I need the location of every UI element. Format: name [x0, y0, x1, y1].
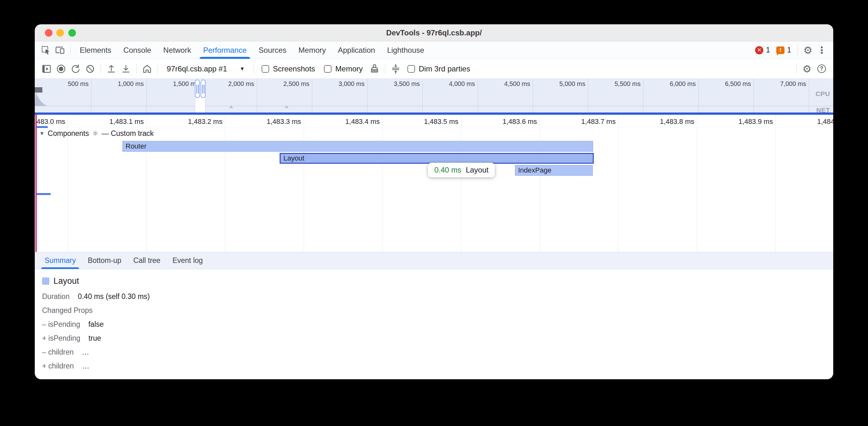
tab-lighthouse[interactable]: Lighthouse	[381, 41, 430, 59]
ruler-tick-label: 1,483.7 ms	[581, 118, 616, 126]
download-profile-icon[interactable]	[119, 62, 133, 76]
details-tab-bottom-up[interactable]: Bottom-up	[82, 252, 127, 269]
overview-tick-label: 5,500 ms	[615, 80, 641, 88]
overview-tick-label: 500 ms	[68, 80, 89, 88]
clear-icon[interactable]	[83, 62, 97, 76]
target-select-value: 97r6ql.csb.app #1	[167, 64, 227, 73]
tab-memory[interactable]: Memory	[292, 41, 332, 59]
error-icon: ✕	[755, 46, 763, 54]
settings-gear-icon[interactable]: ⚙	[801, 43, 815, 57]
capture-settings-gear-icon[interactable]: ⚙	[800, 62, 814, 76]
reload-and-record-icon[interactable]	[68, 62, 83, 76]
track-name: Components	[48, 129, 89, 138]
ruler-tick-label: 1,483.9 ms	[739, 118, 773, 126]
console-errors-badge[interactable]: ✕ 1	[755, 46, 770, 54]
selection-left-handle[interactable]	[195, 79, 200, 98]
overview-gridline	[699, 79, 699, 112]
device-toolbar-button[interactable]	[53, 43, 67, 57]
flame-chart[interactable]: 1,483.0 ms1,483.1 ms1,483.2 ms1,483.3 ms…	[35, 115, 833, 252]
overview-tick-label: 2,000 ms	[228, 80, 254, 88]
cpu-activity-bump	[285, 103, 288, 108]
summary-event-name: Layout	[54, 276, 79, 286]
overview-gridline	[533, 79, 533, 112]
overview-gridline	[422, 79, 423, 112]
details-tab-call-tree[interactable]: Call tree	[127, 252, 167, 269]
overview-gridline	[147, 79, 147, 112]
summary-row: Changed Props	[42, 306, 833, 315]
chart-gridline	[618, 115, 618, 252]
overview-tick-label: 7,000 ms	[780, 80, 806, 88]
upload-profile-icon[interactable]	[104, 62, 119, 76]
tab-performance[interactable]: Performance	[197, 41, 252, 59]
summary-row-value: …	[82, 362, 89, 370]
chart-gridline	[697, 115, 697, 252]
summary-row: + isPendingtrue	[42, 334, 833, 342]
overview-tick-label: 3,500 ms	[394, 80, 420, 88]
selection-right-handle[interactable]	[200, 79, 206, 98]
cpu-net-lane-divider	[35, 106, 833, 106]
help-icon[interactable]: ?	[814, 62, 829, 76]
divider	[798, 45, 798, 55]
issues-badge[interactable]: ! 1	[776, 46, 791, 54]
tooltip-duration: 0.40 ms	[434, 166, 461, 174]
target-select[interactable]: 97r6ql.csb.app #1 ▼	[163, 64, 249, 73]
memory-checkbox[interactable]: Memory	[324, 64, 363, 73]
tab-elements[interactable]: Elements	[74, 41, 117, 59]
inspect-element-button[interactable]	[39, 43, 53, 57]
summary-row-value: …	[82, 348, 89, 357]
panel-tabs: ElementsConsoleNetworkPerformanceSources…	[74, 41, 430, 59]
checkbox-icon	[324, 65, 332, 73]
screenshots-checkbox[interactable]: Screenshots	[261, 64, 315, 73]
ruler-tick-label: 1,483.0 ms	[35, 118, 65, 126]
dim-3rd-parties-checkbox[interactable]: Dim 3rd parties	[407, 64, 470, 73]
flame-bar-router[interactable]: Router	[122, 141, 593, 152]
home-icon[interactable]	[140, 62, 154, 76]
tab-console[interactable]: Console	[117, 41, 157, 59]
kebab-menu-icon[interactable]: ⋮	[815, 43, 829, 57]
details-tab-event-log[interactable]: Event log	[166, 252, 209, 269]
collect-garbage-icon[interactable]	[367, 62, 382, 76]
divider	[136, 64, 137, 74]
collapse-triangle-icon[interactable]: ▼	[39, 131, 44, 137]
timeline-overview[interactable]: CPU NET 500 ms1,000 ms1,500 ms2,000 ms2,…	[35, 79, 833, 115]
ruler-tick-label: 1,483.1 ms	[110, 118, 144, 126]
flame-bar-label: IndexPage	[515, 166, 551, 174]
overview-selection-window[interactable]	[195, 79, 206, 112]
issue-icon: !	[776, 46, 784, 54]
chart-gridline	[304, 115, 304, 252]
flame-bar-indexpage[interactable]: IndexPage	[515, 165, 593, 176]
tab-application[interactable]: Application	[332, 41, 381, 59]
overview-tick-label: 4,000 ms	[449, 80, 475, 88]
cpu-activity-bump	[229, 103, 233, 108]
titlebar: DevTools - 97r6ql.csb.app/	[35, 24, 833, 41]
record-button[interactable]	[54, 62, 68, 76]
cpu-activity-chart	[35, 91, 48, 106]
window-title: DevTools - 97r6ql.csb.app/	[35, 24, 833, 41]
details-tabbar: SummaryBottom-upCall treeEvent log	[35, 252, 833, 269]
divider	[70, 45, 70, 55]
overview-tick-label: 6,000 ms	[670, 80, 695, 88]
error-count: 1	[766, 46, 770, 54]
chevron-down-icon: ▼	[240, 66, 245, 72]
overview-gridline	[257, 79, 257, 112]
overview-tick-label: 1,000 ms	[118, 80, 144, 88]
chart-gridline	[382, 115, 382, 252]
toggle-sidebar-icon[interactable]	[39, 62, 54, 76]
track-marker-dash	[37, 193, 51, 195]
summary-row: Duration0.40 ms (self 0.30 ms)	[42, 292, 833, 301]
flame-bar-layout[interactable]: Layout	[280, 153, 594, 164]
summary-row: – isPendingfalse	[42, 320, 833, 329]
tab-network[interactable]: Network	[157, 41, 197, 59]
summary-row-value: false	[88, 320, 104, 329]
devtools-tabbar: ElementsConsoleNetworkPerformanceSources…	[35, 41, 833, 59]
components-track-header[interactable]: ▼ Components ⚛ — Custom track	[39, 129, 154, 138]
track-suffix: — Custom track	[101, 129, 154, 138]
details-tab-summary[interactable]: Summary	[39, 252, 82, 269]
tab-sources[interactable]: Sources	[253, 41, 292, 59]
ruler-underline	[35, 128, 833, 128]
ruler-tick-label: 1,483.8 ms	[660, 118, 694, 126]
timeline-left-boundary-line	[35, 115, 37, 252]
checkbox-icon	[261, 65, 269, 73]
collapse-flamechart-icon[interactable]	[389, 62, 403, 76]
tooltip-label: Layout	[466, 166, 488, 174]
